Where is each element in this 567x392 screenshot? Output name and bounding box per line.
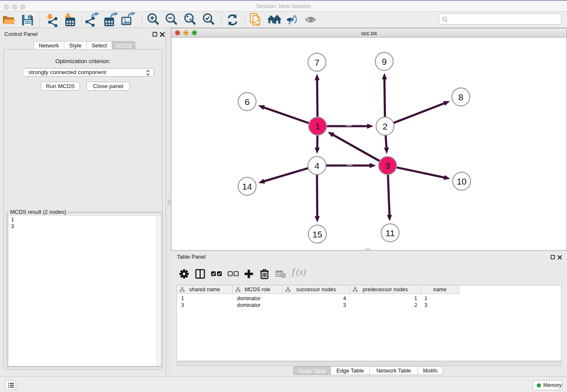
svg-text:8: 8 <box>458 92 463 102</box>
svg-text:11: 11 <box>385 228 395 238</box>
svg-text:15: 15 <box>312 229 322 239</box>
svg-text:14: 14 <box>242 182 252 191</box>
svg-text:10: 10 <box>457 177 466 186</box>
svg-text:7: 7 <box>314 58 319 67</box>
svg-text:6: 6 <box>245 97 250 107</box>
svg-text:4: 4 <box>314 161 319 171</box>
svg-text:9: 9 <box>382 57 387 66</box>
svg-text:1: 1 <box>315 121 320 131</box>
svg-text:3: 3 <box>385 161 390 171</box>
svg-text:2: 2 <box>383 121 388 131</box>
